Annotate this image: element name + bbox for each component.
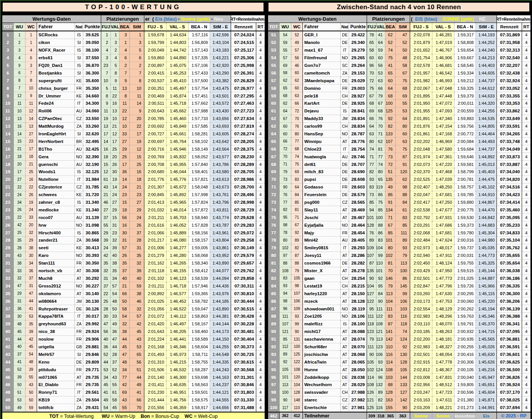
time-bea-n: 1:58,711 <box>189 351 210 358</box>
race-time: 07:26,391 <box>231 69 256 77</box>
place-val: 83 <box>377 237 385 244</box>
warmup-rank: 50 <box>14 381 26 389</box>
place-val: 20 <box>111 153 120 161</box>
time-fuj-s: 2:01,217 <box>144 237 167 244</box>
time-fuj-s: 2:02,812 <box>410 366 432 374</box>
place-bea: 10 <box>120 123 130 130</box>
place-bea: 1 <box>120 39 130 47</box>
worldcup-rank: 1 <box>26 31 37 39</box>
warmup-rank: 10 <box>14 107 26 115</box>
rank-cell: 67 <box>268 153 280 161</box>
driver-name: Stan111 <box>37 260 75 267</box>
race-time: 07:33,887 <box>497 161 522 168</box>
place-val: 52 <box>111 366 120 374</box>
nation: AT <box>341 351 349 358</box>
points: 29.265 <box>349 54 367 62</box>
race-count: 4 <box>256 260 265 267</box>
place-stm: 67 <box>396 69 410 77</box>
race-time: 07:36,826 <box>497 374 522 381</box>
race-time: 07:35,762 <box>497 244 522 252</box>
table-row: 151523HerrNorbertBR32.495141727192:00,69… <box>2 138 265 145</box>
points: 37.550 <box>83 54 101 62</box>
column-header-place-bea: BEA <box>385 23 396 31</box>
warmup-rank: 54 <box>280 31 291 39</box>
time-bea-n: 1:57,433 <box>189 69 210 77</box>
warmup-rank: 6 <box>14 69 26 77</box>
worldcup-rank: 88 <box>291 260 303 267</box>
time-stm-e: 1:44,436 <box>210 282 231 290</box>
place-stm: 28 <box>130 237 144 244</box>
place-stm: 86 <box>396 275 410 283</box>
time-val-s: 1:45,892 <box>167 191 189 199</box>
time-fuj-s: 2:02,525 <box>410 176 432 184</box>
table-row: 433754MeHr57SI29.846522847652:01,4931:45… <box>2 351 265 358</box>
worldcup-rank: 98 <box>291 282 303 290</box>
legend-segment: - <box>210 16 214 22</box>
rank-cell: 54 <box>268 54 280 62</box>
time-fuj-s: 2:01,230 <box>144 389 167 396</box>
place-bea: 80 <box>385 244 396 252</box>
legend-segment: Neu <box>214 16 223 22</box>
race-time: 07:35,233 <box>497 221 522 229</box>
rank-cell: 62 <box>268 123 280 130</box>
race-time: 07:36,038 <box>497 267 522 275</box>
legend-footer: TOT = Total-Wertung WU = Warm-Up Bon = B… <box>2 412 265 419</box>
rt-note: RT=Rennteilnahm. <box>231 15 265 23</box>
race-time: 07:29,072 <box>231 229 256 237</box>
time-fuj-s: 2:01,102 <box>144 275 167 283</box>
time-fuj-s: 2:01,118 <box>144 267 167 275</box>
column-header-place-stm: StM <box>396 23 410 31</box>
race-count: 4 <box>522 184 530 191</box>
worldcup-rank: 9 <box>26 92 37 100</box>
race-count: 4 <box>522 191 530 199</box>
time-fuj-s: 2:01,025 <box>144 297 167 305</box>
place-fuj: 12 <box>101 168 111 176</box>
time-fuj-s: 2:00,049 <box>144 47 167 54</box>
time-fuj-s: 2:02,067 <box>410 84 432 92</box>
points: 28.467 <box>349 214 367 221</box>
place-stm: 46 <box>130 297 144 305</box>
time-bea-n: 1:59,654 <box>454 47 476 54</box>
place-bea: 163 <box>385 396 396 404</box>
points: 29.735 <box>83 381 101 389</box>
driver-name: Kappa78ITA <box>37 313 75 320</box>
column-header-warmup-rank: WU <box>14 23 26 31</box>
place-bea: 23 <box>120 191 130 199</box>
place-val: 111 <box>377 305 385 313</box>
race-time: 07:33,649 <box>497 115 522 123</box>
time-val-s: 1:45,497 <box>167 84 189 92</box>
place-fuj: 93 <box>367 176 377 184</box>
race-count: 4 <box>256 252 265 260</box>
footer-legend-segment: = Bonus-Cup <box>150 414 184 419</box>
time-stm-e: 1:43,761 <box>210 191 231 199</box>
table-row: 95105108HunneAT28.0501021241081052:02,81… <box>268 366 530 374</box>
table-row: 556946Gon7o7SC29.264965641582:02,5781:46… <box>268 62 530 70</box>
time-bea-n: 1:58,167 <box>189 320 210 328</box>
nation: IT <box>341 145 349 153</box>
place-fuj: 47 <box>101 320 111 328</box>
place-bea: 71 <box>385 214 396 221</box>
points: 28.106 <box>349 313 367 320</box>
table-row: 504959tottifcbZA29.431544555702:01,5561:… <box>2 404 265 412</box>
driver-name: Gross2012 <box>37 282 75 290</box>
table-row: 525949ManoloDE29.340656452522:01,8791:47… <box>268 39 530 47</box>
time-val-s: 1:45,832 <box>167 153 189 161</box>
driver-name: Much8 <box>37 275 75 283</box>
points: 32.495 <box>83 138 101 145</box>
place-stm: 31 <box>130 244 144 252</box>
place-stm: 42 <box>130 320 144 328</box>
warmup-rank: 38 <box>14 260 26 267</box>
driver-name: SCRocks <box>37 31 75 39</box>
points: 28.469 <box>349 206 367 214</box>
worldcup-rank: 70 <box>291 115 303 123</box>
time-stm-e: 1:44,163 <box>210 374 231 381</box>
time-val-s: 1:46,969 <box>432 138 454 145</box>
time-stm-e: 1:44,381 <box>210 313 231 320</box>
warmup-participants: 362 <box>280 412 291 419</box>
warmup-rank: 45 <box>14 328 26 336</box>
time-val-s: 1:46,993 <box>432 77 454 84</box>
points: 28.278 <box>349 267 367 275</box>
place-fuj: 109 <box>367 244 377 252</box>
place-stm: 17 <box>130 130 144 138</box>
warmup-rank: 76 <box>280 191 291 199</box>
